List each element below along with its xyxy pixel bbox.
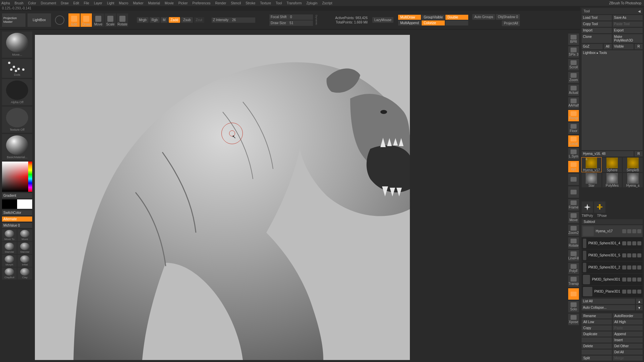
- swatch-white[interactable]: [17, 199, 32, 209]
- paste-tool-button[interactable]: Paste Tool: [613, 21, 643, 27]
- dock-btn[interactable]: [568, 288, 579, 300]
- subtool-pm3d_sphere3d1_5[interactable]: PM3D_Sphere3D1_5: [582, 249, 643, 261]
- dock-xyz[interactable]: xyz: [568, 161, 579, 172]
- tool-thumb-hyena_v17[interactable]: 6Hyena_v17: [582, 158, 601, 172]
- delall-button[interactable]: Del All: [613, 350, 643, 355]
- edit-mode-button[interactable]: Edit: [68, 13, 80, 27]
- rgb-button[interactable]: Rgb: [150, 17, 160, 23]
- menu-zscript[interactable]: Zscript: [322, 1, 332, 5]
- dock-btn[interactable]: [568, 186, 579, 198]
- tool-panel-header[interactable]: Tool ◀: [582, 8, 643, 14]
- menu-transform[interactable]: Transform: [286, 1, 302, 5]
- load-tool-button[interactable]: Load Tool: [582, 15, 612, 20]
- zsub-button[interactable]: Zsub: [181, 17, 193, 23]
- menu-tool[interactable]: Tool: [276, 1, 282, 5]
- merge-button[interactable]: Merge: [613, 356, 643, 361]
- allhigh-button[interactable]: All High: [613, 319, 643, 324]
- tool-thumb-simpleb[interactable]: SimpleB: [623, 158, 643, 172]
- dock-transp[interactable]: Transp: [568, 276, 579, 287]
- split-button[interactable]: Split: [582, 356, 612, 361]
- menu-edit[interactable]: Edit: [73, 1, 79, 5]
- dock-l.sym[interactable]: L.Sym: [568, 148, 579, 160]
- goz-button[interactable]: GoZ: [582, 44, 603, 49]
- menu-picker[interactable]: Picker: [178, 1, 188, 5]
- autoreorder-button[interactable]: AutoReorder: [613, 313, 643, 318]
- groupvisible-button[interactable]: GroupVisible: [422, 15, 445, 20]
- dock-linefill[interactable]: LineFill: [568, 250, 579, 261]
- delother-button[interactable]: Del Other: [613, 344, 643, 349]
- brush-slot[interactable]: Move...: [2, 32, 32, 58]
- brush-clay[interactable]: Clay: [17, 267, 32, 280]
- midvalue-button[interactable]: MidValue 0: [2, 223, 32, 228]
- rename-button[interactable]: Rename: [582, 313, 612, 318]
- append-button[interactable]: Append: [613, 331, 643, 337]
- menu-color[interactable]: Color: [28, 1, 36, 5]
- move-up-button[interactable]: ▲: [636, 299, 643, 304]
- menu-preferences[interactable]: Preferences: [193, 1, 211, 5]
- menu-stencil[interactable]: Stencil: [231, 1, 241, 5]
- dock-spix 3[interactable]: SPix 3: [568, 46, 579, 58]
- listall-button[interactable]: List All: [582, 299, 635, 304]
- menu-macro[interactable]: Macro: [119, 1, 128, 5]
- dock-move[interactable]: Move: [568, 212, 579, 223]
- insert-button[interactable]: Insert: [613, 338, 643, 343]
- move-down-button[interactable]: ▼: [636, 305, 643, 310]
- tpose-icon[interactable]: [594, 201, 605, 213]
- menu-brush[interactable]: Brush: [15, 1, 23, 5]
- menu-material[interactable]: Material: [148, 1, 160, 5]
- rotate-mode-button[interactable]: Rotate: [117, 13, 128, 27]
- tmpose-icon[interactable]: [582, 201, 593, 213]
- dock-zoom[interactable]: Zoom: [568, 72, 579, 83]
- menu-zplugin[interactable]: Zplugin: [307, 1, 318, 5]
- delete-button[interactable]: Delete: [582, 344, 612, 349]
- color-picker[interactable]: [2, 162, 32, 192]
- projection-master-button[interactable]: Projection Master: [2, 13, 25, 27]
- dock-scroll[interactable]: Scroll: [568, 59, 579, 70]
- menu-movie[interactable]: Movie: [165, 1, 174, 5]
- colorize-button[interactable]: Colorize: [422, 20, 445, 25]
- dock-solo[interactable]: Solo: [568, 301, 579, 312]
- autocollapse-button[interactable]: Auto Collapse...: [582, 305, 635, 310]
- subtool-hyena_v17[interactable]: Hyena_v17: [582, 225, 643, 237]
- dock-frame[interactable]: Frame: [568, 199, 579, 210]
- current-tool-name[interactable]: Hyena_v16. 48: [582, 151, 634, 157]
- dock-polyf[interactable]: PolyF: [568, 263, 579, 274]
- quicksketch-icon[interactable]: [55, 15, 64, 25]
- projectall-button[interactable]: ProjectAll: [502, 20, 520, 26]
- hue-bar[interactable]: [28, 162, 32, 192]
- swatch-pair[interactable]: [2, 199, 32, 209]
- drawsize-slider[interactable]: Draw Size 51: [269, 20, 313, 26]
- multidraw-button[interactable]: MultiDraw: [398, 15, 421, 20]
- menu-marker[interactable]: Marker: [133, 1, 143, 5]
- alllow-button[interactable]: All Low: [582, 319, 612, 324]
- menu-render[interactable]: Render: [215, 1, 226, 5]
- lightbox-tools-button[interactable]: Lightbox ▸ Tools: [582, 50, 643, 150]
- stroke-slot[interactable]: Dots: [2, 59, 32, 78]
- tool-thumb-hyena_s[interactable]: Hyena_s: [623, 173, 643, 187]
- menu-document[interactable]: Document: [41, 1, 56, 5]
- menu-draw[interactable]: Draw: [61, 1, 68, 5]
- m-button[interactable]: M: [161, 17, 167, 23]
- menu-texture[interactable]: Texture: [260, 1, 271, 5]
- goz-r-button[interactable]: R: [635, 44, 643, 49]
- import-button[interactable]: Import: [582, 28, 612, 33]
- subtool-paste-button[interactable]: Paste: [613, 325, 643, 330]
- export-button[interactable]: Export: [613, 28, 643, 33]
- double-button[interactable]: Double: [445, 15, 468, 20]
- goz-visible-button[interactable]: Visible: [613, 44, 634, 49]
- main-menubar[interactable]: AlphaBrushColorDocumentDrawEditFileLayer…: [0, 0, 644, 6]
- lazymouse-button[interactable]: LazyMouse: [372, 17, 393, 23]
- objshadow-button[interactable]: ObjShadow 0: [496, 14, 520, 20]
- multiappend-button[interactable]: MultiAppend: [398, 20, 421, 25]
- tool-thumb-star[interactable]: Star: [582, 173, 601, 187]
- dock-bpr[interactable]: BPR: [568, 34, 579, 45]
- dynamic-label[interactable]: Dynamic: [315, 15, 318, 25]
- zadd-button[interactable]: Zadd: [169, 17, 180, 23]
- subtool-pm3d_sphere3d1_4[interactable]: PM3D_Sphere3D1_4: [582, 237, 643, 249]
- subtool-copy-button[interactable]: Copy: [582, 325, 612, 330]
- subtool-pm3d_sphere3d1_2[interactable]: PM3D_Sphere3D1_2: [582, 261, 643, 274]
- subtool-section-header[interactable]: Subtool: [582, 219, 643, 224]
- make-polymesh-button[interactable]: Make PolyMesh3D: [613, 34, 643, 43]
- menu-stroke[interactable]: Stroke: [246, 1, 255, 5]
- gradient-button[interactable]: Gradient: [2, 193, 32, 198]
